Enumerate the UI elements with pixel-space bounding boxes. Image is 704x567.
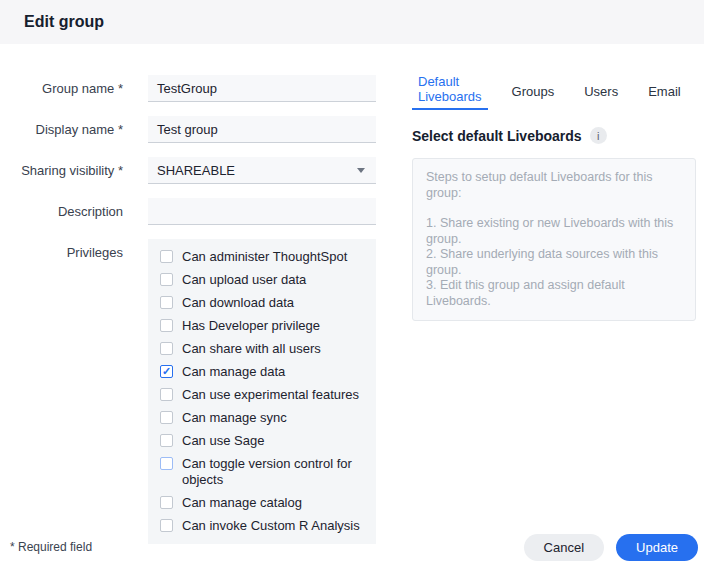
privilege-label: Can administer ThoughtSpot (182, 248, 347, 265)
checkbox-icon[interactable] (160, 496, 173, 509)
checkbox-icon[interactable] (160, 250, 173, 263)
tab-bar: Default LiveboardsGroupsUsersEmail (412, 74, 696, 110)
description-input[interactable] (148, 198, 376, 225)
checkbox-icon[interactable] (160, 296, 173, 309)
checkbox-checked-icon[interactable]: ✓ (160, 365, 173, 378)
privilege-item[interactable]: Can invoke Custom R Analysis (160, 517, 370, 534)
privilege-item[interactable]: Can share with all users (160, 340, 370, 357)
privilege-item[interactable]: Has Developer privilege (160, 317, 370, 334)
privilege-label: Can toggle version control for objects (182, 455, 370, 488)
group-name-input[interactable]: TestGroup (148, 75, 376, 102)
select-default-liveboards-title: Select default Liveboards (412, 128, 582, 144)
display-name-input[interactable]: Test group (148, 116, 376, 143)
field-value: SHAREABLE (157, 163, 235, 178)
privilege-label: Can manage data (182, 363, 285, 380)
step-line: 3. Edit this group and assign default Li… (426, 278, 682, 309)
checkbox-icon[interactable] (160, 319, 173, 332)
required-field-note: * Required field (10, 540, 92, 554)
chevron-down-icon (357, 168, 365, 173)
privilege-label: Can share with all users (182, 340, 321, 357)
edit-group-form: Group name *TestGroupDisplay name *Test … (0, 75, 400, 558)
privilege-item[interactable]: Can download data (160, 294, 370, 311)
privilege-label: Can use experimental features (182, 386, 359, 403)
form-row: Group name *TestGroup (0, 75, 400, 102)
tab-email[interactable]: Email (648, 85, 681, 99)
checkbox-icon[interactable] (160, 273, 173, 286)
checkbox-icon[interactable] (160, 388, 173, 401)
checkbox-icon[interactable] (160, 342, 173, 355)
dialog-header: Edit group (0, 0, 704, 44)
privilege-item[interactable]: ✓Can manage data (160, 363, 370, 380)
form-row: Description (0, 198, 400, 225)
checkbox-icon[interactable] (160, 411, 173, 424)
privilege-label: Can download data (182, 294, 294, 311)
privilege-item[interactable]: Can toggle version control for objects (160, 455, 370, 488)
privilege-label: Can upload user data (182, 271, 306, 288)
privilege-item[interactable]: Can manage catalog (160, 494, 370, 511)
sharing-visibility-select[interactable]: SHAREABLE (148, 157, 376, 184)
privilege-item[interactable]: Can upload user data (160, 271, 370, 288)
tab-default-liveboards[interactable]: Default Liveboards (412, 74, 488, 110)
privileges-list: Can administer ThoughtSpotCan upload use… (148, 239, 376, 544)
tab-groups[interactable]: Groups (512, 85, 555, 99)
field-label: Sharing visibility * (0, 157, 123, 179)
privileges-label: Privileges (0, 239, 123, 261)
privilege-item[interactable]: Can use Sage (160, 432, 370, 449)
privilege-label: Has Developer privilege (182, 317, 320, 334)
cancel-button[interactable]: Cancel (524, 534, 604, 561)
update-button[interactable]: Update (616, 534, 698, 561)
form-row: Display name *Test group (0, 116, 400, 143)
privilege-label: Can manage catalog (182, 494, 302, 511)
privilege-label: Can manage sync (182, 409, 287, 426)
privilege-label: Can invoke Custom R Analysis (182, 517, 360, 534)
section-heading: Select default Liveboards i (412, 127, 696, 144)
tab-users[interactable]: Users (584, 85, 618, 99)
checkbox-icon[interactable] (160, 519, 173, 532)
steps-intro: Steps to setup default Liveboards for th… (426, 170, 682, 201)
field-value: Test group (157, 122, 218, 137)
checkbox-icon[interactable] (160, 457, 173, 470)
field-label: Display name * (0, 116, 123, 138)
checkbox-icon[interactable] (160, 434, 173, 447)
privilege-label: Can use Sage (182, 432, 264, 449)
footer-buttons: Cancel Update (524, 534, 698, 561)
field-label: Group name * (0, 75, 123, 97)
spacer (426, 201, 682, 216)
right-panel: Default LiveboardsGroupsUsersEmail Selec… (412, 74, 696, 321)
step-line: 1. Share existing or new Liveboards with… (426, 216, 682, 247)
page-title: Edit group (24, 13, 104, 31)
liveboard-steps-box: Steps to setup default Liveboards for th… (412, 158, 696, 321)
privilege-item[interactable]: Can use experimental features (160, 386, 370, 403)
privilege-item[interactable]: Can manage sync (160, 409, 370, 426)
privileges-row: PrivilegesCan administer ThoughtSpotCan … (0, 239, 400, 544)
privilege-item[interactable]: Can administer ThoughtSpot (160, 248, 370, 265)
form-row: Sharing visibility *SHAREABLE (0, 157, 400, 184)
field-label: Description (0, 198, 123, 220)
field-value: TestGroup (157, 81, 217, 96)
info-icon[interactable]: i (590, 127, 607, 144)
step-line: 2. Share underlying data sources with th… (426, 247, 682, 278)
